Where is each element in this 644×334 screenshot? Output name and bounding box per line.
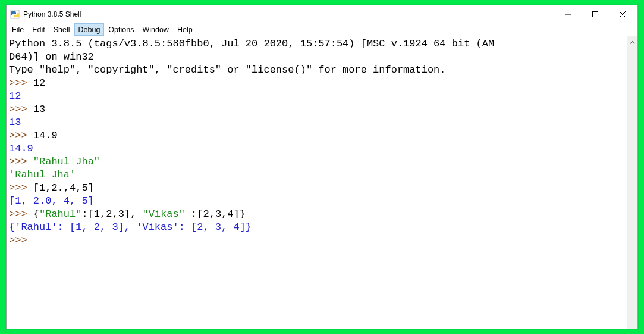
prompt: >>> [9,104,33,115]
prompt: >>> [9,77,33,89]
menu-edit[interactable]: Edit [28,23,49,36]
menu-shell[interactable]: Shell [49,23,74,36]
titlebar[interactable]: Python 3.8.5 Shell [7,5,637,23]
input-line: 12 [33,77,45,89]
banner-line: Type "help", "copyright", "credits" or "… [9,64,446,76]
input-line: 13 [33,104,45,115]
shell-text-area[interactable]: Python 3.8.5 (tags/v3.8.5:580fbb0, Jul 2… [7,36,627,329]
output-line: 13 [9,117,21,128]
svg-rect-2 [593,11,598,17]
input-line: {"Rahul":[1,2,3], "Vikas" :[2,3,4]} [33,208,246,220]
window-title: Python 3.8.5 Shell [23,10,81,18]
python-idle-icon [10,10,20,19]
menubar: FileEditShellDebugOptionsWindowHelp [7,23,637,36]
prompt: >>> [9,208,33,220]
output-line: {'Rahul': [1, 2, 3], 'Vikas': [2, 3, 4]} [9,221,252,233]
menu-debug[interactable]: Debug [74,23,105,36]
menu-options[interactable]: Options [104,23,138,36]
banner-line: D64)] on win32 [9,51,94,63]
window-controls [554,5,636,23]
scroll-up-arrow[interactable] [628,38,637,48]
input-line: 14.9 [33,130,58,141]
output-line: 12 [9,90,21,102]
python-shell-window: Python 3.8.5 Shell FileEditShellDebugOpt… [6,5,638,329]
maximize-button[interactable] [582,5,609,23]
output-line: 14.9 [9,143,33,154]
minimize-button[interactable] [554,5,582,23]
prompt: >>> [9,182,33,193]
text-cursor [34,234,34,245]
prompt: >>> [9,235,33,246]
close-button[interactable] [609,5,636,23]
input-line: [1,2.,4,5] [33,182,94,193]
input-line: "Rahul Jha" [33,156,100,167]
prompt: >>> [9,156,33,167]
output-line: [1, 2.0, 4, 5] [9,195,94,207]
menu-window[interactable]: Window [138,23,172,36]
vertical-scrollbar[interactable] [627,36,637,329]
banner-line: Python 3.8.5 (tags/v3.8.5:580fbb0, Jul 2… [9,38,494,49]
output-line: 'Rahul Jha' [9,169,76,180]
menu-help[interactable]: Help [173,23,197,36]
menu-file[interactable]: File [8,23,28,36]
prompt: >>> [9,130,33,141]
